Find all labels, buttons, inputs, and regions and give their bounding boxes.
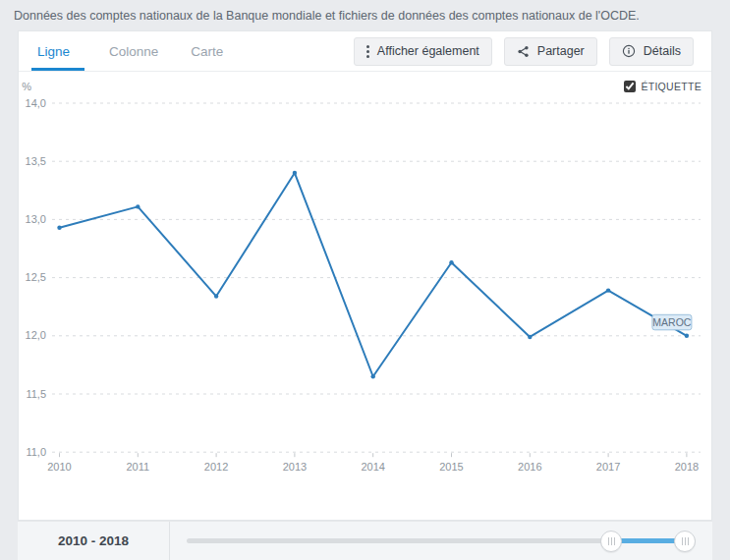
share-icon xyxy=(517,45,530,58)
svg-text:MAROC: MAROC xyxy=(652,316,692,328)
tab-colonne[interactable]: Colonne xyxy=(109,31,158,71)
also-show-label: Afficher également xyxy=(377,44,479,58)
svg-text:12,5: 12,5 xyxy=(26,271,46,283)
svg-text:%: % xyxy=(22,81,31,92)
range-label: 2010 - 2018 xyxy=(18,522,170,560)
toolbar: Afficher également Partager xyxy=(354,37,694,66)
svg-text:2015: 2015 xyxy=(439,461,463,473)
time-slider[interactable] xyxy=(187,522,696,560)
details-label: Détails xyxy=(644,44,681,58)
slider-handle-end[interactable] xyxy=(674,531,696,552)
svg-text:2017: 2017 xyxy=(596,461,620,473)
svg-text:11,0: 11,0 xyxy=(26,446,46,458)
time-range-bar: 2010 - 2018 xyxy=(18,521,712,560)
kebab-icon xyxy=(366,45,369,58)
slider-handle-start[interactable] xyxy=(600,531,622,552)
svg-text:11,5: 11,5 xyxy=(26,388,46,400)
svg-text:12,0: 12,0 xyxy=(26,329,46,341)
svg-text:2013: 2013 xyxy=(283,461,307,473)
label-toggle[interactable]: ÉTIQUETTE xyxy=(624,81,702,92)
tab-bar: Ligne Colonne Carte Afficher également xyxy=(19,31,711,72)
worldbank-indicator-widget: Données des comptes nationaux de la Banq… xyxy=(0,0,730,560)
chart-area: 14,013,513,012,512,011,511,0%20102011201… xyxy=(19,72,711,520)
svg-text:2011: 2011 xyxy=(126,461,149,473)
data-source-note: Données des comptes nationaux de la Banq… xyxy=(14,9,640,23)
share-button[interactable]: Partager xyxy=(504,37,597,66)
chart-svg[interactable]: 14,013,513,012,512,011,511,0%20102011201… xyxy=(19,72,713,522)
tab-carte[interactable]: Carte xyxy=(191,31,223,71)
chart-type-tabs: Ligne Colonne Carte xyxy=(19,31,223,71)
info-icon xyxy=(622,44,636,58)
tab-ligne[interactable]: Ligne xyxy=(37,31,70,71)
etiquette-label: ÉTIQUETTE xyxy=(641,81,702,92)
svg-text:2010: 2010 xyxy=(47,461,71,473)
share-label: Partager xyxy=(537,44,585,58)
svg-text:2018: 2018 xyxy=(675,461,699,473)
chart-card: Ligne Colonne Carte Afficher également xyxy=(18,30,712,521)
svg-text:2014: 2014 xyxy=(361,461,384,473)
details-button[interactable]: Détails xyxy=(609,37,694,66)
svg-text:13,0: 13,0 xyxy=(26,213,46,225)
also-show-button[interactable]: Afficher également xyxy=(354,37,492,66)
svg-text:14,0: 14,0 xyxy=(26,97,46,109)
svg-text:2012: 2012 xyxy=(204,461,228,473)
svg-text:2016: 2016 xyxy=(518,461,541,473)
svg-text:13,5: 13,5 xyxy=(26,155,46,167)
etiquette-checkbox[interactable] xyxy=(624,81,636,92)
